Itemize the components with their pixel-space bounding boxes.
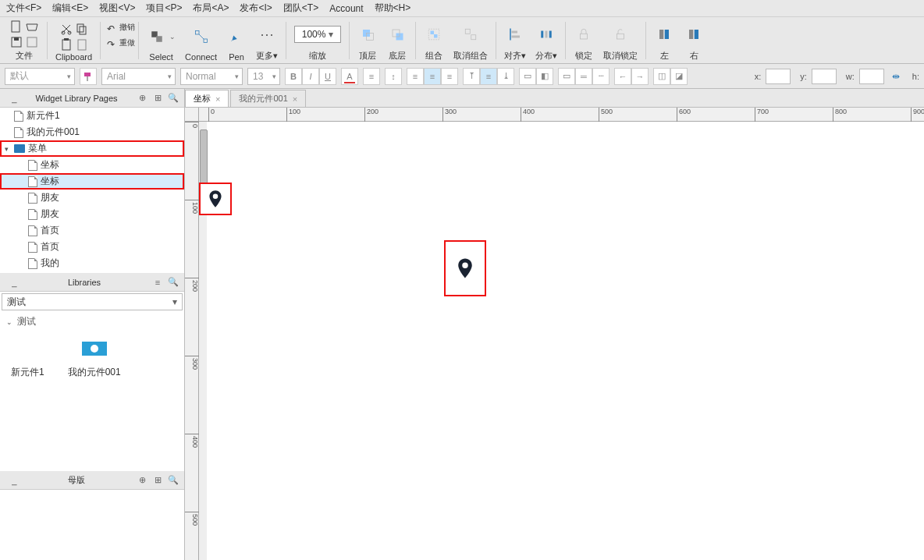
menu-team[interactable]: 团队<T> [283,2,318,15]
select-icon[interactable] [147,27,167,47]
canvas-area[interactable]: 0100200300400500600700800900 01002003004… [185,108,924,560]
menu-arrange[interactable]: 布局<A> [193,2,229,15]
style-painter-icon[interactable] [80,68,97,85]
paste-special-icon[interactable] [75,37,89,51]
border-button[interactable]: ▭ [558,68,575,85]
search-icon[interactable]: 🔍 [167,474,179,487]
add-folder-icon[interactable]: ⊞ [151,92,164,105]
tree-page[interactable]: 首页 [0,222,184,239]
add-master-icon[interactable]: ⊕ [136,474,148,487]
gradient-button[interactable]: ◧ [536,68,553,85]
line-spacing-button[interactable]: ↕ [385,68,402,85]
fill-button[interactable]: ▭ [519,68,536,85]
bold-button[interactable]: B [285,68,302,85]
tree-page[interactable]: 坐标 [0,173,184,190]
menu-account[interactable]: Account [329,3,363,14]
text-color-button[interactable]: A [341,68,358,85]
cut-icon[interactable] [59,22,73,36]
x-input[interactable] [766,69,791,84]
tree-page[interactable]: 朋友 [0,190,184,206]
widget-pin-medium[interactable] [444,240,486,296]
weight-combo[interactable]: Normal [180,68,243,85]
library-group[interactable]: ⌄测试 [0,312,184,331]
align-right-icon[interactable] [684,24,704,44]
align-left-icon[interactable] [654,24,674,44]
tree-page[interactable]: 首页 [0,239,184,255]
italic-button[interactable]: I [302,68,319,85]
valign-top-button[interactable]: ⤒ [463,68,480,85]
library-item[interactable]: 我的元件001 [68,338,121,379]
valign-bottom-button[interactable]: ⤓ [497,68,514,85]
group-select[interactable]: ⌄ Select [147,22,176,62]
more-icon[interactable]: ⋯ [257,24,277,44]
group-ungroup[interactable]: 取消组合 [453,19,488,62]
menu-edit[interactable]: 编辑<E> [52,2,88,15]
tree-page[interactable]: 我的元件001 [0,124,184,140]
align-left-button[interactable]: ≡ [407,68,424,85]
paste-icon[interactable] [59,37,73,51]
canvas[interactable] [208,122,924,560]
add-master-folder-icon[interactable]: ⊞ [151,474,164,487]
widget-pin-small[interactable] [199,183,232,215]
zoom-combo[interactable]: 100% ▾ [294,26,341,43]
align-right-button[interactable]: ≡ [441,68,458,85]
collapse-icon[interactable]: ⎯ [8,474,20,487]
tree-page[interactable]: 新元件1 [0,108,184,124]
lock-aspect-icon[interactable]: ⇹ [889,69,903,83]
group-alignright[interactable]: 右 [684,19,704,62]
pen-icon[interactable] [226,27,247,47]
arrow-start-button[interactable]: ← [614,68,631,85]
group-more[interactable]: ⋯ 更多▾ [256,19,278,62]
underline-button[interactable]: U [319,68,336,85]
library-item[interactable]: 新元件1 [11,338,44,379]
document-tab[interactable]: 我的元件001× [230,90,306,107]
arrow-end-button[interactable]: → [631,68,649,85]
search-icon[interactable]: 🔍 [167,92,179,105]
ruler-horizontal[interactable]: 0100200300400500600700800900 [199,108,924,122]
search-icon[interactable]: 🔍 [167,276,179,289]
align-icon[interactable] [505,24,525,44]
ungroup-icon[interactable] [460,24,481,44]
menu-view[interactable]: 视图<V> [99,2,135,15]
line-style-button[interactable]: ┄ [592,68,609,85]
unlock-icon[interactable] [610,24,631,44]
group-distribute[interactable]: 分布▾ [535,19,557,62]
tree-page[interactable]: 朋友 [0,206,184,222]
outer-shadow-button[interactable]: ◫ [653,68,670,85]
menu-publish[interactable]: 发布<I> [240,2,272,15]
group-back[interactable]: 底层 [387,19,407,62]
group-align[interactable]: 对齐▾ [504,19,526,62]
close-icon[interactable]: × [215,94,220,104]
align-center-button[interactable]: ≡ [424,68,441,85]
redo-icon[interactable]: ↷ [104,37,118,51]
add-page-icon[interactable]: ⊕ [136,92,148,105]
style-combo[interactable]: 默认 [5,68,75,85]
document-tab[interactable]: 坐标× [185,90,229,107]
close-icon[interactable]: × [293,94,297,104]
undo-icon[interactable]: ↶ [104,22,118,36]
group-pen[interactable]: Pen [226,22,247,62]
menu-help[interactable]: 帮助<H> [375,2,411,15]
line-width-button[interactable]: ═ [575,68,592,85]
ruler-vertical[interactable]: 0100200300400500 [185,122,199,560]
open-file-icon[interactable] [25,19,39,34]
collapse-icon[interactable]: ⎯ [8,276,20,289]
group-alignleft[interactable]: 左 [654,19,674,62]
menu-project[interactable]: 项目<P> [146,2,182,15]
group-lock[interactable]: 锁定 [574,19,594,62]
lib-menu-icon[interactable]: ≡ [151,276,164,289]
tree-page[interactable]: 坐标 [0,157,184,173]
group-unlock[interactable]: 取消锁定 [603,19,638,62]
w-input[interactable] [859,69,884,84]
copy-icon[interactable] [75,22,89,36]
connect-icon[interactable] [191,27,211,47]
bullets-button[interactable]: ≡ [363,68,380,85]
menu-file[interactable]: 文件<F> [6,2,41,15]
distribute-icon[interactable] [536,24,556,44]
group-connect[interactable]: Connect [185,22,217,62]
font-combo[interactable]: Arial [101,68,176,85]
tree-page[interactable]: 我的 [0,255,184,271]
group-icon[interactable] [424,24,444,44]
lock-icon[interactable] [574,24,594,44]
front-icon[interactable] [357,24,378,44]
